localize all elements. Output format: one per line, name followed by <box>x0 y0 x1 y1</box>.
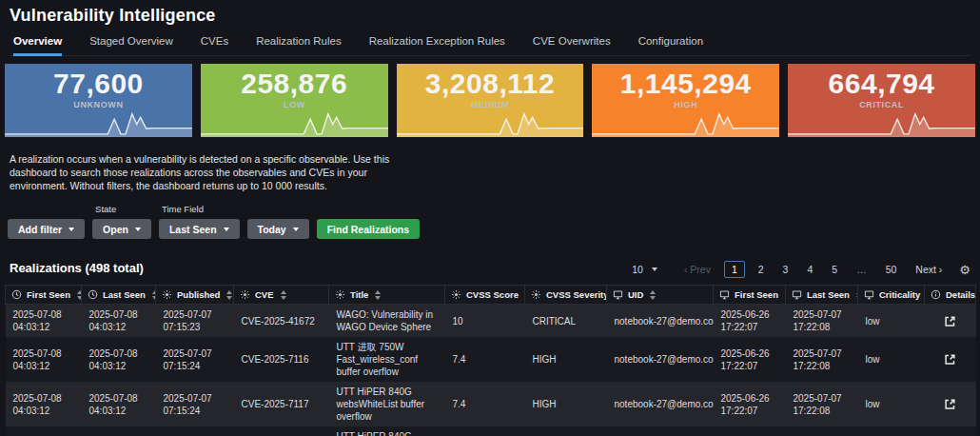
vulnerability-burst-icon <box>335 289 345 300</box>
per-page-dropdown[interactable]: 10 <box>632 264 657 275</box>
time-range-value: Today <box>258 224 286 235</box>
table-header-row: First Seen Last Seen Published CVE Title… <box>6 286 976 305</box>
chevron-down-icon <box>293 228 299 231</box>
card-low[interactable]: 258,876 LOW <box>201 64 388 137</box>
state-dropdown[interactable]: Open <box>92 219 151 239</box>
col-title[interactable]: Title <box>329 286 445 305</box>
col-obs-first-seen[interactable]: First Seen <box>714 286 786 305</box>
cell-details <box>925 382 976 426</box>
cell-obs-last-seen: 2025-07-07 17:22:08 <box>786 426 858 436</box>
cell-uid: notebook-27@demo.com <box>607 382 714 426</box>
vulnerability-burst-icon <box>531 289 541 300</box>
card-unknown[interactable]: 77,600 UNKNOWN <box>5 64 192 137</box>
page-title: Vulnerability Intelligence <box>10 6 970 26</box>
find-realizations-button[interactable]: Find Realizations <box>317 219 420 239</box>
page-button-5[interactable]: 5 <box>826 262 843 277</box>
results-heading: Realizations (498 total) <box>10 261 144 275</box>
cell-obs-last-seen: 2025-07-07 17:22:08 <box>786 305 858 338</box>
sparkline-chart <box>397 111 584 137</box>
state-label: State <box>95 204 151 214</box>
table-row: 2025-07-08 04:03:12 2025-07-08 04:03:12 … <box>6 337 976 382</box>
vulnerability-burst-icon <box>240 289 250 300</box>
sort-icon[interactable] <box>650 290 657 300</box>
dashboard-description: A realization occurs when a vulnerabilit… <box>10 152 394 192</box>
sort-icon[interactable] <box>281 290 287 300</box>
card-high[interactable]: 1,145,294 HIGH <box>592 64 779 137</box>
cell-last-seen: 2025-07-08 04:03:12 <box>82 426 156 436</box>
col-criticality[interactable]: Criticality <box>858 286 925 305</box>
cell-cvss-score: 7.4 <box>445 337 525 382</box>
add-filter-button[interactable]: Add filter <box>8 219 85 239</box>
severity-cards: 77,600 UNKNOWN 258,876 LOW 3,208,112 MED… <box>0 56 980 144</box>
sort-icon[interactable] <box>375 290 382 300</box>
page-button-2[interactable]: 2 <box>753 262 770 277</box>
external-link-icon[interactable] <box>943 397 957 411</box>
cell-uid: notebook-27@demo.com <box>607 305 714 338</box>
tab-overview[interactable]: Overview <box>13 35 62 55</box>
cell-title: UTT HiPER 840G websWhiteList buffer over… <box>329 382 445 426</box>
col-obs-last-seen[interactable]: Last Seen <box>786 286 858 305</box>
cell-criticality: low <box>858 426 925 436</box>
col-cvss-score[interactable]: CVSS Score <box>445 286 525 305</box>
col-cve[interactable]: CVE <box>234 286 329 305</box>
cell-title: UTT HiPER 840G formPictureUrl buffer ove… <box>329 426 445 436</box>
cell-criticality: low <box>858 337 925 382</box>
cell-cvss-severity: CRITICAL <box>525 305 607 338</box>
time-range-dropdown[interactable]: Today <box>247 219 309 239</box>
cell-first-seen: 2025-07-08 04:03:12 <box>6 337 82 382</box>
tab-staged-overview[interactable]: Staged Overview <box>89 35 173 55</box>
page-button-4[interactable]: 4 <box>801 262 818 277</box>
cell-published: 2025-07-07 07:15:24 <box>156 382 234 426</box>
external-link-icon[interactable] <box>943 352 957 367</box>
cell-last-seen: 2025-07-08 04:03:12 <box>82 305 156 338</box>
tab-realization-exception-rules[interactable]: Realization Exception Rules <box>369 35 505 55</box>
card-value: 1,145,294 <box>620 69 752 99</box>
col-first-seen[interactable]: First Seen <box>6 286 82 305</box>
col-cvss-severity[interactable]: CVSS Severity <box>525 286 607 305</box>
cell-details <box>925 426 976 436</box>
cell-cvss-score: 7.4 <box>445 382 525 426</box>
card-critical[interactable]: 664,794 CRITICAL <box>788 64 975 137</box>
filter-bar: Add filter State Open Time Field Last Se… <box>8 204 980 239</box>
sort-icon[interactable] <box>226 290 233 300</box>
page-button-50[interactable]: 50 <box>880 262 903 277</box>
external-link-icon[interactable] <box>943 314 957 328</box>
card-label: UNKNOWN <box>73 100 123 109</box>
page-button-3[interactable]: 3 <box>777 262 794 277</box>
tab-realization-rules[interactable]: Realization Rules <box>256 35 342 55</box>
monitor-icon <box>719 289 730 300</box>
time-field-dropdown[interactable]: Last Seen <box>159 219 240 239</box>
sort-icon[interactable] <box>77 290 82 300</box>
cell-last-seen: 2025-07-08 04:03:12 <box>82 337 156 382</box>
card-label: CRITICAL <box>859 100 904 109</box>
page-button-1[interactable]: 1 <box>724 261 745 278</box>
info-icon <box>931 289 941 300</box>
tab-cve-overwrites[interactable]: CVE Overwrites <box>533 35 611 55</box>
dashboard-header: Vulnerability Intelligence Overview Stag… <box>0 0 980 56</box>
cell-first-seen: 2025-07-08 04:03:12 <box>6 426 82 436</box>
tab-configuration[interactable]: Configuration <box>638 35 703 55</box>
card-medium[interactable]: 3,208,112 MEDIUM <box>397 64 584 137</box>
time-field-value: Last Seen <box>169 224 217 235</box>
cell-obs-last-seen: 2025-07-07 17:22:08 <box>786 382 858 426</box>
next-page-button[interactable]: Next › <box>910 262 948 277</box>
col-uid[interactable]: UID <box>607 286 714 305</box>
state-value: Open <box>103 224 128 235</box>
col-published[interactable]: Published <box>156 286 234 305</box>
cell-obs-first-seen: 2025-06-26 17:22:07 <box>714 305 786 338</box>
clock-icon <box>11 289 22 300</box>
tab-bar: Overview Staged Overview CVEs Realizatio… <box>10 35 970 56</box>
prev-page-button[interactable]: ‹ Prev <box>678 262 716 277</box>
sort-icon[interactable] <box>152 290 156 300</box>
table-settings-gear-icon[interactable]: ⚙ <box>959 263 970 277</box>
filter-label-spacer <box>250 204 309 214</box>
tab-cves[interactable]: CVEs <box>201 35 228 55</box>
col-last-seen[interactable]: Last Seen <box>82 286 156 305</box>
cell-obs-first-seen: 2025-06-26 17:22:07 <box>714 426 786 436</box>
chevron-down-icon <box>224 228 229 231</box>
chevron-down-icon <box>69 228 74 231</box>
chevron-down-icon <box>135 228 141 231</box>
cell-published: 2025-07-07 07:15:23 <box>156 305 234 338</box>
cell-uid: notebook-27@demo.com <box>607 426 714 436</box>
cell-cve: CVE-2025-7118 <box>234 426 329 436</box>
